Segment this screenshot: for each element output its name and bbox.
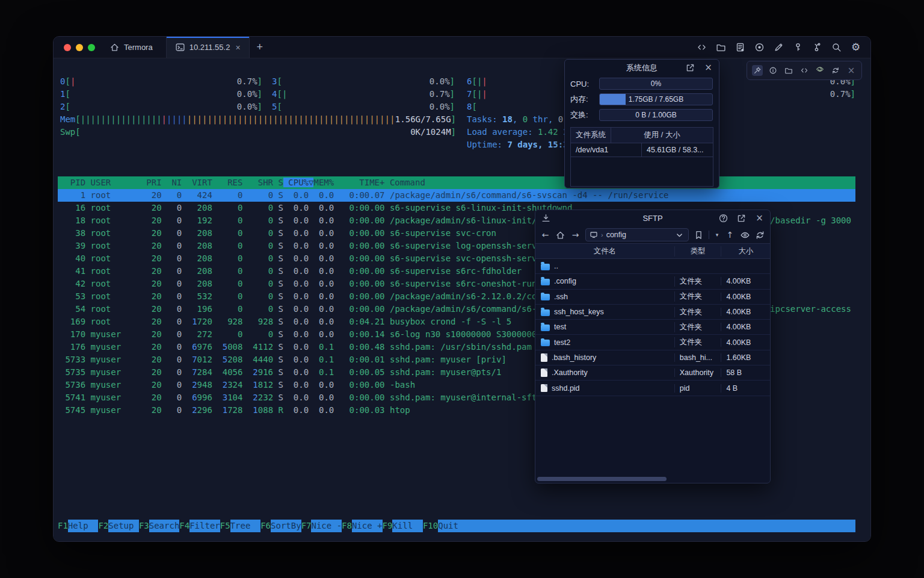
sysinfo-meters: CPU:0%内存:1.75GB / 7.65GB交换:0 B / 1.00GB bbox=[565, 76, 719, 123]
fkey-f7[interactable]: F7Nice - bbox=[301, 520, 342, 532]
file-row[interactable]: .bash_historybash_hi...1.60KB bbox=[535, 350, 770, 365]
home-button[interactable] bbox=[555, 230, 565, 240]
sysinfo-meter-row: 交换:0 B / 1.00GB bbox=[565, 107, 719, 123]
gear-icon[interactable]: ⚙ bbox=[851, 42, 861, 52]
sync-icon[interactable] bbox=[830, 65, 841, 76]
file-row[interactable]: sshd.pidpid4 B bbox=[535, 381, 770, 396]
fkey-f2[interactable]: F2Setup bbox=[98, 520, 138, 532]
file-row[interactable]: test2文件夹4.00KB bbox=[535, 335, 770, 350]
filesystem-table: 文件系统使用 / 大小/dev/vda145.61GB / 58.3... bbox=[570, 127, 713, 187]
info-icon[interactable] bbox=[768, 65, 778, 76]
sysinfo-panel: 系统信息 × CPU:0%内存:1.75GB / 7.65GB交换:0 B / … bbox=[564, 59, 719, 188]
folder-icon bbox=[541, 264, 550, 270]
meter: 4[|0.7%] bbox=[272, 88, 455, 101]
upload-icon[interactable]: ↑ bbox=[725, 230, 735, 240]
file-row[interactable]: .ssh文件夹4.00KB bbox=[535, 290, 770, 305]
code-icon[interactable] bbox=[697, 42, 707, 52]
breadcrumb-separator: › bbox=[601, 231, 603, 238]
path-breadcrumb[interactable]: › config bbox=[585, 228, 689, 241]
close-icon[interactable]: × bbox=[754, 213, 765, 223]
new-tab-button[interactable]: + bbox=[250, 37, 271, 58]
fkey-f3[interactable]: F3Search bbox=[139, 520, 179, 532]
file-table-header[interactable]: 文件名类型大小 bbox=[535, 243, 770, 259]
close-tab-icon[interactable]: × bbox=[235, 43, 240, 52]
meter: 2[0.0%] bbox=[60, 101, 262, 113]
htop-uptime-line: Uptime: 7 days, 15:3 bbox=[467, 138, 568, 151]
edit-icon[interactable] bbox=[774, 42, 784, 52]
file-table: ...config文件夹4.00KB.ssh文件夹4.00KBssh_host_… bbox=[535, 259, 770, 396]
fkey-f8[interactable]: F8Nice + bbox=[342, 520, 382, 532]
close-window-button[interactable] bbox=[64, 44, 71, 51]
htop-screen-tabs: Main I/O bbox=[60, 164, 152, 176]
tab-ssh-session[interactable]: 10.211.55.2 × bbox=[166, 37, 250, 58]
minimize-window-button[interactable] bbox=[76, 44, 83, 51]
filesystem-row[interactable]: /dev/vda145.61GB / 58.3... bbox=[571, 143, 713, 157]
active-tab-label: 10.211.55.2 bbox=[189, 43, 230, 52]
nvidia-icon[interactable] bbox=[815, 65, 825, 76]
key-icon[interactable] bbox=[793, 42, 803, 52]
pin-icon[interactable] bbox=[752, 65, 763, 76]
bookmark-icon[interactable] bbox=[694, 230, 704, 240]
file-row[interactable]: test文件夹4.00KB bbox=[535, 320, 770, 335]
fkey-f5[interactable]: F5Tree bbox=[220, 520, 260, 532]
process-row[interactable]: 1 root 20 0 424 0 0 S 0.0 0.0 0:00.07 /p… bbox=[58, 189, 855, 202]
folder-icon[interactable] bbox=[716, 42, 726, 52]
open-in-window-icon[interactable] bbox=[736, 213, 747, 223]
file-row[interactable]: .. bbox=[535, 259, 770, 274]
back-button[interactable]: ← bbox=[540, 230, 550, 240]
help-icon[interactable] bbox=[718, 213, 728, 223]
horizontal-scrollbar[interactable] bbox=[537, 477, 768, 481]
code-icon[interactable] bbox=[799, 65, 810, 76]
folder-icon bbox=[541, 325, 550, 331]
sysinfo-meter-row: CPU:0% bbox=[565, 76, 719, 92]
fkey-f10[interactable]: F10Quit bbox=[423, 520, 855, 532]
home-tab-label: Termora bbox=[124, 43, 153, 52]
chevron-down-icon[interactable] bbox=[674, 230, 685, 240]
divider bbox=[709, 231, 709, 239]
file-row[interactable]: .XauthorityXauthority58 B bbox=[535, 365, 770, 381]
folder-icon bbox=[541, 340, 550, 346]
refresh-icon[interactable] bbox=[755, 230, 765, 240]
open-in-window-icon[interactable] bbox=[685, 63, 695, 73]
terminal-icon bbox=[175, 42, 185, 52]
htop-table-header[interactable]: PID USER PRI NI VIRT RES SHR S CPU%▽MEM%… bbox=[58, 176, 855, 189]
file-row[interactable]: ssh_host_keys文件夹4.00KB bbox=[535, 305, 770, 320]
sftp-toolbar: ← → › config ▾ ↑ bbox=[535, 226, 770, 243]
htop-function-bar: F1Help F2Setup F3SearchF4FilterF5Tree F6… bbox=[58, 520, 855, 532]
file-icon bbox=[541, 368, 547, 377]
meter: Swp[0K/1024M] bbox=[60, 126, 456, 138]
search-icon[interactable] bbox=[831, 42, 842, 52]
app-window: Termora 10.211.55.2 × + ⚙ 0[|0.7%]1[0.0%… bbox=[53, 36, 871, 542]
tab-bar: Termora 10.211.55.2 × + ⚙ bbox=[54, 37, 870, 58]
bookmark-dropdown-icon[interactable]: ▾ bbox=[714, 230, 720, 240]
forward-button[interactable]: → bbox=[570, 230, 581, 240]
sysinfo-titlebar[interactable]: 系统信息 × bbox=[565, 60, 719, 76]
htop-tasks-line: Tasks: 18, 0 thr, 0 bbox=[467, 113, 563, 126]
sysinfo-meter-row: 内存:1.75GB / 7.65GB bbox=[565, 92, 719, 107]
meter: Mem[||||||||||||||||||||||||||||||||||||… bbox=[60, 113, 456, 126]
fkey-f4[interactable]: F4Filter bbox=[179, 520, 220, 532]
file-row[interactable]: .config文件夹4.00KB bbox=[535, 274, 770, 289]
traffic-lights bbox=[54, 37, 103, 58]
fkey-f6[interactable]: F6SortBy bbox=[260, 520, 301, 532]
show-hidden-icon[interactable] bbox=[740, 230, 750, 240]
fkey-f1[interactable]: F1Help bbox=[58, 520, 98, 532]
file-icon bbox=[541, 353, 547, 362]
keychain-icon[interactable] bbox=[812, 42, 822, 52]
log-icon[interactable] bbox=[735, 42, 745, 52]
folder-icon bbox=[541, 309, 550, 316]
close-icon[interactable]: × bbox=[846, 65, 857, 76]
sftp-window: SFTP × ← → › config ▾ ↑ 文件名 bbox=[535, 210, 771, 483]
close-icon[interactable]: × bbox=[703, 63, 713, 73]
sftp-titlebar[interactable]: SFTP × bbox=[535, 210, 770, 226]
tab-termora-home[interactable]: Termora bbox=[103, 37, 166, 58]
meter: 0[|0.7%] bbox=[60, 75, 262, 88]
fkey-f9[interactable]: F9Kill bbox=[383, 520, 423, 532]
folder-icon[interactable] bbox=[783, 65, 794, 76]
computer-icon bbox=[590, 231, 598, 239]
side-toolbar: × bbox=[747, 61, 862, 80]
record-icon[interactable] bbox=[754, 42, 765, 52]
scrollbar-thumb[interactable] bbox=[537, 477, 667, 481]
home-icon bbox=[109, 42, 120, 52]
zoom-window-button[interactable] bbox=[88, 44, 95, 51]
